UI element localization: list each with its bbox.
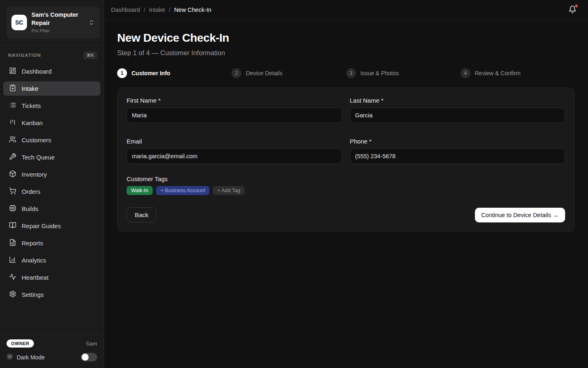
sidebar-item-settings[interactable]: Settings: [3, 287, 100, 302]
phone-field[interactable]: [350, 148, 566, 164]
step-label: Device Details: [246, 70, 282, 76]
sidebar-item-inventory[interactable]: Inventory: [3, 167, 100, 182]
first-name-label: First Name *: [127, 97, 342, 104]
step-review-confirm[interactable]: 4 Review & Confirm: [461, 68, 575, 78]
app-window: SC Sam's Computer Repair Pro Plan NAVIGA…: [0, 0, 588, 368]
sidebar-item-label: Tickets: [22, 102, 41, 109]
last-name-group: Last Name *: [350, 97, 566, 123]
list-icon: [9, 101, 16, 110]
breadcrumb-current: New Check-In: [174, 7, 212, 13]
sidebar-item-kanban[interactable]: Kanban: [3, 116, 100, 130]
form-actions: Back Continue to Device Details →: [127, 207, 565, 222]
cart-icon: [9, 187, 16, 196]
breadcrumb-dashboard[interactable]: Dashboard: [111, 7, 140, 13]
activity-icon: [9, 273, 16, 282]
step-number: 2: [232, 68, 241, 78]
page-subtitle: Step 1 of 4 — Customer Information: [117, 49, 575, 57]
gear-icon: [9, 290, 16, 299]
chevrons-up-down-icon: [88, 19, 95, 26]
customer-tags-section: Customer Tags Walk-In + Business Account…: [127, 175, 565, 195]
sidebar-item-repair-guides[interactable]: Repair Guides: [3, 219, 100, 233]
step-issue-photos[interactable]: 3 Issue & Photos: [346, 68, 461, 78]
customer-info-card: First Name * Last Name * Email Phone *: [117, 88, 575, 232]
book-open-icon: [9, 222, 16, 230]
users-icon: [9, 136, 16, 144]
step-label: Customer Info: [131, 70, 170, 76]
package-icon: [9, 170, 16, 179]
step-label: Review & Confirm: [475, 70, 521, 76]
tag-business-account[interactable]: + Business Account: [156, 186, 209, 195]
sidebar-item-label: Builds: [22, 205, 38, 212]
sidebar-item-builds[interactable]: Builds: [3, 202, 100, 216]
workspace-switcher[interactable]: SC Sam's Computer Repair Pro Plan: [7, 7, 100, 39]
dashboard-icon: [9, 67, 16, 76]
sidebar-item-label: Reports: [22, 240, 43, 247]
notifications-button[interactable]: [567, 4, 578, 16]
wrench-icon: [9, 153, 16, 162]
last-name-label: Last Name *: [350, 97, 566, 104]
step-number: 1: [117, 68, 127, 78]
file-text-icon: [9, 239, 16, 247]
dark-mode-label: Dark Mode: [17, 354, 45, 361]
email-field[interactable]: [127, 148, 342, 164]
sidebar-item-dashboard[interactable]: Dashboard: [3, 64, 100, 79]
page-content: New Device Check-In Step 1 of 4 — Custom…: [104, 20, 588, 243]
step-device-details[interactable]: 2 Device Details: [232, 68, 346, 78]
breadcrumb-separator: /: [169, 7, 170, 13]
back-button[interactable]: Back: [127, 207, 156, 222]
sidebar-item-orders[interactable]: Orders: [3, 184, 100, 199]
continue-button[interactable]: Continue to Device Details →: [475, 208, 565, 222]
sidebar-item-label: Inventory: [22, 171, 47, 178]
sidebar-item-label: Repair Guides: [22, 222, 61, 229]
phone-group: Phone *: [350, 138, 566, 164]
sun-icon: [7, 353, 13, 361]
command-k-shortcut[interactable]: ⌘K: [83, 52, 97, 59]
sidebar-item-customers[interactable]: Customers: [3, 133, 100, 147]
sidebar-item-label: Intake: [22, 85, 38, 92]
sidebar-footer: OWNER Sam Dark Mode: [0, 334, 104, 368]
sidebar-nav: Dashboard Intake Tickets Kanban Customer…: [0, 63, 104, 305]
sidebar-item-tickets[interactable]: Tickets: [3, 99, 100, 113]
sidebar-item-label: Customers: [22, 137, 51, 144]
notification-dot: [575, 4, 578, 7]
sidebar-item-label: Heartbeat: [22, 274, 49, 281]
workspace-name: Sam's Computer Repair: [31, 11, 84, 27]
nav-section-label: NAVIGATION: [8, 53, 41, 58]
step-customer-info[interactable]: 1 Customer Info: [117, 68, 232, 78]
workspace-avatar: SC: [11, 15, 27, 30]
sidebar-item-label: Kanban: [22, 119, 43, 126]
step-label: Issue & Photos: [361, 70, 399, 76]
sidebar-item-reports[interactable]: Reports: [3, 236, 100, 250]
sidebar-item-label: Dashboard: [22, 68, 51, 75]
email-label: Email: [127, 138, 342, 145]
last-name-field[interactable]: [350, 108, 566, 123]
breadcrumb: Dashboard / Intake / New Check-In: [111, 7, 212, 13]
cpu-icon: [9, 204, 16, 213]
step-number: 4: [461, 68, 470, 78]
page-title: New Device Check-In: [117, 31, 575, 45]
tag-walk-in[interactable]: Walk-In: [127, 186, 153, 195]
dark-mode-toggle[interactable]: [81, 353, 97, 361]
clipboard-plus-icon: [9, 84, 16, 93]
add-tag-button[interactable]: + Add Tag: [213, 186, 245, 195]
sidebar-item-analytics[interactable]: Analytics: [3, 253, 100, 267]
first-name-field[interactable]: [127, 108, 342, 123]
toggle-knob: [82, 354, 89, 361]
sidebar-item-label: Orders: [22, 188, 40, 195]
breadcrumb-intake[interactable]: Intake: [149, 7, 165, 13]
sidebar-item-label: Settings: [22, 291, 44, 298]
customer-tags-label: Customer Tags: [127, 175, 565, 182]
kanban-icon: [9, 119, 16, 127]
sidebar: SC Sam's Computer Repair Pro Plan NAVIGA…: [0, 0, 104, 368]
bar-chart-icon: [9, 256, 16, 265]
current-user-name: Sam: [86, 341, 97, 347]
step-number: 3: [346, 68, 356, 78]
sidebar-item-label: Tech Queue: [22, 154, 55, 161]
step-indicator: 1 Customer Info 2 Device Details 3 Issue…: [117, 68, 575, 78]
customer-form: First Name * Last Name * Email Phone *: [127, 97, 565, 164]
sidebar-item-intake[interactable]: Intake: [3, 81, 100, 96]
sidebar-item-heartbeat[interactable]: Heartbeat: [3, 270, 100, 285]
sidebar-item-tech-queue[interactable]: Tech Queue: [3, 150, 100, 164]
email-group: Email: [127, 138, 342, 164]
breadcrumb-separator: /: [144, 7, 145, 13]
